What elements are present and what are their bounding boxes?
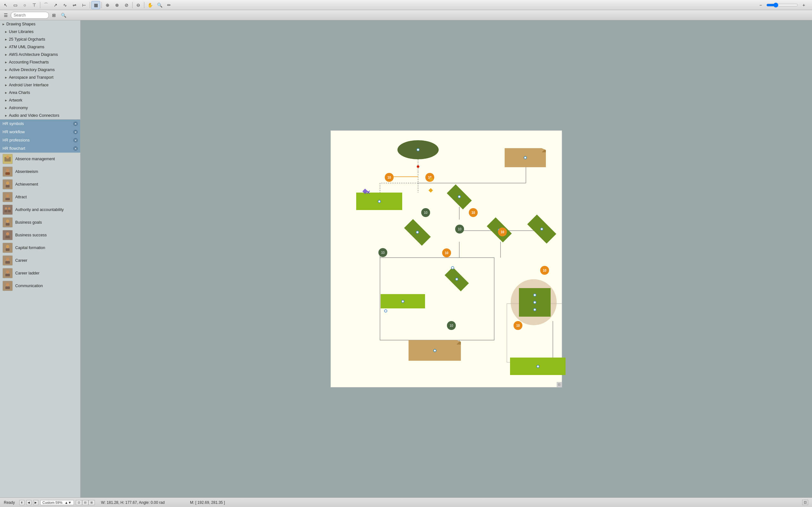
svg-point-1: [6, 156, 9, 159]
shapes-tool[interactable]: ▦: [91, 1, 100, 9]
shape-diamond-5[interactable]: [436, 269, 477, 289]
shape-absence-management[interactable]: Absence management: [0, 153, 80, 165]
category-hr-symbols-close[interactable]: ✕: [73, 121, 78, 126]
circle-orange-3[interactable]: 10: [469, 208, 478, 217]
svg-rect-7: [5, 198, 10, 200]
category-hr-workflow-close[interactable]: ✕: [73, 130, 78, 134]
circle-dark-1[interactable]: 10: [421, 208, 430, 217]
view-mode-3[interactable]: ⊞: [88, 500, 95, 505]
shape-achievement[interactable]: Achievement: [0, 178, 80, 191]
shape-diamond-1[interactable]: [439, 186, 480, 208]
category-hr-workflow[interactable]: HR workflow ✕: [0, 128, 80, 136]
category-hr-flowchart[interactable]: HR flowchart ✕: [0, 145, 80, 153]
view-mode-2[interactable]: ⊟: [82, 500, 88, 505]
shape-career-ladder[interactable]: Career ladder: [0, 267, 80, 280]
orthogonal-tool[interactable]: ⊢: [80, 1, 88, 9]
drawing-canvas[interactable]: 10 10 ✕ 10 10: [330, 130, 562, 387]
circle-dark-4[interactable]: 10: [447, 321, 456, 330]
shape-absenteeism[interactable]: Absenteeism: [0, 165, 80, 178]
shape-diamond-3[interactable]: [518, 218, 566, 240]
sidebar-item-aerospace[interactable]: Aerospace and Transport: [0, 74, 80, 81]
zoom-display[interactable]: Custom 59% ▲▼: [40, 500, 74, 505]
zoom-out-btn[interactable]: −: [756, 1, 765, 9]
circle-orange-5[interactable]: 10: [442, 248, 451, 257]
grid-view-btn[interactable]: ⊞: [50, 11, 58, 19]
connection-point: [433, 349, 436, 352]
sidebar-item-active-directory[interactable]: Active Directory Diagrams: [0, 66, 80, 74]
connect-all-tool[interactable]: ⊗: [113, 1, 122, 9]
category-hr-flowchart-close[interactable]: ✕: [73, 146, 78, 151]
view-mode-1[interactable]: ⊡: [76, 500, 82, 505]
sidebar-item-astronomy[interactable]: Astronomy: [0, 104, 80, 112]
text-tool[interactable]: ⊤: [30, 1, 39, 9]
connect-groups-tool[interactable]: ⊕: [103, 1, 112, 9]
svg-rect-17: [6, 248, 9, 251]
shape-tan-doc-lower[interactable]: [409, 340, 461, 361]
shape-thumb-absenteeism: [3, 167, 13, 177]
menu-btn[interactable]: ☰: [1, 11, 10, 19]
shape-career[interactable]: Career: [0, 254, 80, 267]
shape-business-success[interactable]: Business success: [0, 229, 80, 241]
search-btn[interactable]: 🔍: [59, 11, 68, 19]
sidebar-item-atm-uml[interactable]: ATM UML Diagrams: [0, 43, 80, 51]
connector-tool[interactable]: ↗: [51, 1, 60, 9]
sidebar-item-user-libraries[interactable]: User Libraries: [0, 28, 80, 36]
pointer-tool[interactable]: ↖: [1, 1, 10, 9]
bezier-tool[interactable]: ∿: [61, 1, 69, 9]
fit-icon[interactable]: ⊡: [802, 500, 808, 505]
category-hr-professions-close[interactable]: ✕: [73, 138, 78, 143]
smart-connector-tool[interactable]: ⇌: [70, 1, 79, 9]
pause-btn[interactable]: ⏸: [19, 500, 24, 505]
shape-rect-olive[interactable]: [381, 294, 425, 308]
shape-attract[interactable]: Attract: [0, 191, 80, 204]
category-hr-professions[interactable]: HR professions ✕: [0, 136, 80, 145]
line-tool[interactable]: ⌒: [42, 1, 50, 9]
zoom-in-region[interactable]: 🔍: [155, 1, 164, 9]
circle-dark-3[interactable]: 10: [378, 248, 387, 257]
category-hr-workflow-label: HR workflow: [3, 130, 25, 134]
shape-business-goals[interactable]: Business goals: [0, 216, 80, 229]
ellipse-tool[interactable]: ○: [20, 1, 29, 9]
shape-label: Career: [15, 258, 27, 263]
circle-orange-4[interactable]: 10: [498, 227, 507, 236]
shape-rect-green-left[interactable]: ✕: [356, 192, 402, 210]
svg-point-14: [6, 232, 9, 235]
pan-tool[interactable]: ✋: [145, 1, 154, 9]
circle-orange-6[interactable]: 10: [513, 321, 522, 330]
sidebar-item-android[interactable]: Android User Interface: [0, 81, 80, 89]
expand-handle[interactable]: ⊡: [557, 382, 562, 387]
sidebar-item-artwork[interactable]: Artwork: [0, 97, 80, 104]
shape-diamond-4[interactable]: [396, 221, 439, 243]
drawing-shapes-item[interactable]: Drawing Shapes: [0, 20, 80, 28]
zoom-in-btn[interactable]: +: [799, 1, 808, 9]
shape-rect-green-lower-right[interactable]: [510, 357, 566, 375]
zoom-out-btn-small[interactable]: ⊖: [134, 1, 143, 9]
shape-search-input[interactable]: [11, 12, 49, 19]
shape-rect-olive-group[interactable]: [519, 288, 551, 317]
shape-tan-doc[interactable]: [505, 148, 546, 167]
rectangle-tool[interactable]: ▭: [11, 1, 20, 9]
svg-point-12: [6, 220, 9, 223]
circle-orange-1[interactable]: 10: [385, 173, 394, 182]
sidebar-item-label: User Libraries: [9, 30, 34, 34]
connect-selected-tool[interactable]: ⊘: [122, 1, 131, 9]
shape-communication[interactable]: Communication: [0, 280, 80, 292]
shape-authority[interactable]: Authority and accountability: [0, 204, 80, 216]
prev-page-btn[interactable]: ◀: [26, 500, 32, 505]
sidebar-item-aws[interactable]: AWS Architecture Diagrams: [0, 51, 80, 58]
sidebar-item-audio-video[interactable]: Audio and Video Connectors: [0, 112, 80, 119]
next-page-btn[interactable]: ▶: [33, 500, 39, 505]
category-hr-symbols[interactable]: HR symbols ✕: [0, 120, 80, 128]
second-toolbar: ☰ ⊞ 🔍: [0, 10, 812, 20]
zoom-slider[interactable]: [766, 3, 798, 8]
shape-capital-formation[interactable]: Capital formation: [0, 241, 80, 254]
sidebar-item-accounting[interactable]: Accounting Flowcharts: [0, 58, 80, 66]
canvas-area[interactable]: 10 10 ✕ 10 10: [80, 20, 812, 498]
shape-oval-top[interactable]: [397, 140, 439, 159]
circle-dark-2[interactable]: 10: [455, 225, 464, 233]
circle-orange-7[interactable]: 10: [540, 266, 549, 275]
shape-label: Authority and accountability: [15, 208, 64, 212]
sidebar-item-25-orgcharts[interactable]: 25 Typical Orgcharts: [0, 36, 80, 43]
sidebar-item-area-charts[interactable]: Area Charts: [0, 89, 80, 97]
eyedropper-tool[interactable]: ✏: [165, 1, 174, 9]
